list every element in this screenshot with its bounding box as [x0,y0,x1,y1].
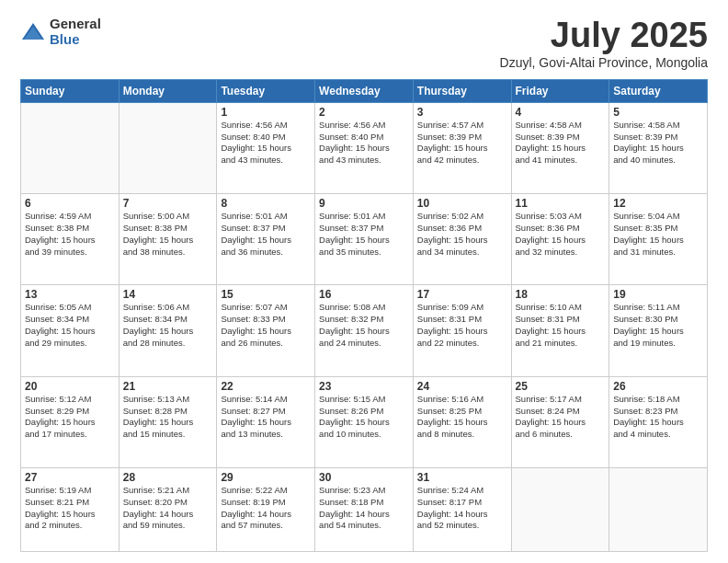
day-info: Sunrise: 5:23 AM Sunset: 8:18 PM Dayligh… [319,485,409,532]
month-title: July 2025 [500,17,708,55]
weekday-header: Friday [511,79,609,102]
weekday-header: Wednesday [315,79,414,102]
day-info: Sunrise: 5:07 AM Sunset: 8:33 PM Dayligh… [221,302,311,349]
logo-text: General Blue [50,17,101,47]
day-number: 4 [516,106,606,119]
day-info: Sunrise: 5:19 AM Sunset: 8:21 PM Dayligh… [25,485,115,532]
day-info: Sunrise: 5:04 AM Sunset: 8:35 PM Dayligh… [613,211,703,258]
day-number: 11 [516,197,606,210]
calendar-week-row: 1Sunrise: 4:56 AM Sunset: 8:40 PM Daylig… [21,102,708,193]
day-info: Sunrise: 5:15 AM Sunset: 8:26 PM Dayligh… [319,394,409,441]
day-info: Sunrise: 5:24 AM Sunset: 8:17 PM Dayligh… [417,485,507,532]
calendar-cell: 5Sunrise: 4:58 AM Sunset: 8:39 PM Daylig… [609,102,708,193]
day-number: 20 [25,380,115,393]
day-info: Sunrise: 4:56 AM Sunset: 8:40 PM Dayligh… [221,120,311,167]
weekday-header: Tuesday [217,79,315,102]
day-number: 10 [417,197,507,210]
weekday-header: Sunday [21,79,119,102]
day-info: Sunrise: 4:58 AM Sunset: 8:39 PM Dayligh… [613,120,703,167]
calendar-cell: 27Sunrise: 5:19 AM Sunset: 8:21 PM Dayli… [21,468,119,552]
location-title: Dzuyl, Govi-Altai Province, Mongolia [500,55,708,70]
day-number: 21 [123,380,213,393]
day-number: 12 [613,197,703,210]
day-number: 23 [319,380,409,393]
calendar-cell: 15Sunrise: 5:07 AM Sunset: 8:33 PM Dayli… [217,285,315,376]
day-number: 25 [516,380,606,393]
day-info: Sunrise: 5:05 AM Sunset: 8:34 PM Dayligh… [25,302,115,349]
calendar-cell: 21Sunrise: 5:13 AM Sunset: 8:28 PM Dayli… [119,376,217,467]
calendar-cell: 24Sunrise: 5:16 AM Sunset: 8:25 PM Dayli… [413,376,511,467]
calendar-cell: 31Sunrise: 5:24 AM Sunset: 8:17 PM Dayli… [413,468,511,552]
calendar-week-row: 13Sunrise: 5:05 AM Sunset: 8:34 PM Dayli… [21,285,708,376]
day-number: 31 [417,471,507,484]
day-info: Sunrise: 5:14 AM Sunset: 8:27 PM Dayligh… [221,394,311,441]
day-number: 24 [417,380,507,393]
logo: General Blue [20,17,101,47]
day-number: 27 [25,471,115,484]
day-number: 22 [221,380,311,393]
day-info: Sunrise: 5:00 AM Sunset: 8:38 PM Dayligh… [123,211,213,258]
page: General Blue July 2025 Dzuyl, Govi-Altai… [0,0,728,563]
calendar-cell: 20Sunrise: 5:12 AM Sunset: 8:29 PM Dayli… [21,376,119,467]
day-number: 28 [123,471,213,484]
day-info: Sunrise: 5:18 AM Sunset: 8:23 PM Dayligh… [613,394,703,441]
calendar-cell: 19Sunrise: 5:11 AM Sunset: 8:30 PM Dayli… [609,285,708,376]
calendar-cell [511,468,609,552]
calendar: SundayMondayTuesdayWednesdayThursdayFrid… [20,79,708,552]
day-number: 5 [613,106,703,119]
day-info: Sunrise: 5:02 AM Sunset: 8:36 PM Dayligh… [417,211,507,258]
calendar-cell [21,102,119,193]
calendar-cell: 13Sunrise: 5:05 AM Sunset: 8:34 PM Dayli… [21,285,119,376]
day-info: Sunrise: 5:16 AM Sunset: 8:25 PM Dayligh… [417,394,507,441]
day-info: Sunrise: 5:06 AM Sunset: 8:34 PM Dayligh… [123,302,213,349]
calendar-cell: 9Sunrise: 5:01 AM Sunset: 8:37 PM Daylig… [315,194,414,285]
weekday-header: Saturday [609,79,708,102]
calendar-cell: 3Sunrise: 4:57 AM Sunset: 8:39 PM Daylig… [413,102,511,193]
calendar-cell: 8Sunrise: 5:01 AM Sunset: 8:37 PM Daylig… [217,194,315,285]
day-number: 18 [516,288,606,301]
day-info: Sunrise: 4:57 AM Sunset: 8:39 PM Dayligh… [417,120,507,167]
day-info: Sunrise: 4:56 AM Sunset: 8:40 PM Dayligh… [319,120,409,167]
title-block: July 2025 Dzuyl, Govi-Altai Province, Mo… [500,17,708,70]
calendar-cell: 17Sunrise: 5:09 AM Sunset: 8:31 PM Dayli… [413,285,511,376]
calendar-cell: 10Sunrise: 5:02 AM Sunset: 8:36 PM Dayli… [413,194,511,285]
calendar-cell: 25Sunrise: 5:17 AM Sunset: 8:24 PM Dayli… [511,376,609,467]
day-number: 7 [123,197,213,210]
day-number: 30 [319,471,409,484]
day-info: Sunrise: 5:21 AM Sunset: 8:20 PM Dayligh… [123,485,213,532]
day-info: Sunrise: 5:12 AM Sunset: 8:29 PM Dayligh… [25,394,115,441]
day-info: Sunrise: 5:08 AM Sunset: 8:32 PM Dayligh… [319,302,409,349]
weekday-header: Thursday [413,79,511,102]
day-info: Sunrise: 5:01 AM Sunset: 8:37 PM Dayligh… [221,211,311,258]
calendar-cell [609,468,708,552]
day-number: 17 [417,288,507,301]
logo-general: General [50,17,101,32]
calendar-cell: 26Sunrise: 5:18 AM Sunset: 8:23 PM Dayli… [609,376,708,467]
calendar-cell: 14Sunrise: 5:06 AM Sunset: 8:34 PM Dayli… [119,285,217,376]
header: General Blue July 2025 Dzuyl, Govi-Altai… [20,17,708,70]
day-info: Sunrise: 4:59 AM Sunset: 8:38 PM Dayligh… [25,211,115,258]
day-info: Sunrise: 5:17 AM Sunset: 8:24 PM Dayligh… [516,394,606,441]
calendar-cell: 4Sunrise: 4:58 AM Sunset: 8:39 PM Daylig… [511,102,609,193]
calendar-week-row: 6Sunrise: 4:59 AM Sunset: 8:38 PM Daylig… [21,194,708,285]
day-number: 8 [221,197,311,210]
day-info: Sunrise: 5:13 AM Sunset: 8:28 PM Dayligh… [123,394,213,441]
calendar-week-row: 27Sunrise: 5:19 AM Sunset: 8:21 PM Dayli… [21,468,708,552]
day-info: Sunrise: 5:10 AM Sunset: 8:31 PM Dayligh… [516,302,606,349]
logo-blue: Blue [50,32,101,48]
calendar-cell: 7Sunrise: 5:00 AM Sunset: 8:38 PM Daylig… [119,194,217,285]
day-number: 13 [25,288,115,301]
day-info: Sunrise: 5:11 AM Sunset: 8:30 PM Dayligh… [613,302,703,349]
weekday-header: Monday [119,79,217,102]
calendar-cell [119,102,217,193]
calendar-cell: 11Sunrise: 5:03 AM Sunset: 8:36 PM Dayli… [511,194,609,285]
day-info: Sunrise: 5:01 AM Sunset: 8:37 PM Dayligh… [319,211,409,258]
day-number: 6 [25,197,115,210]
calendar-cell: 1Sunrise: 4:56 AM Sunset: 8:40 PM Daylig… [217,102,315,193]
calendar-cell: 29Sunrise: 5:22 AM Sunset: 8:19 PM Dayli… [217,468,315,552]
calendar-cell: 28Sunrise: 5:21 AM Sunset: 8:20 PM Dayli… [119,468,217,552]
calendar-cell: 18Sunrise: 5:10 AM Sunset: 8:31 PM Dayli… [511,285,609,376]
calendar-cell: 22Sunrise: 5:14 AM Sunset: 8:27 PM Dayli… [217,376,315,467]
day-number: 15 [221,288,311,301]
day-info: Sunrise: 5:09 AM Sunset: 8:31 PM Dayligh… [417,302,507,349]
